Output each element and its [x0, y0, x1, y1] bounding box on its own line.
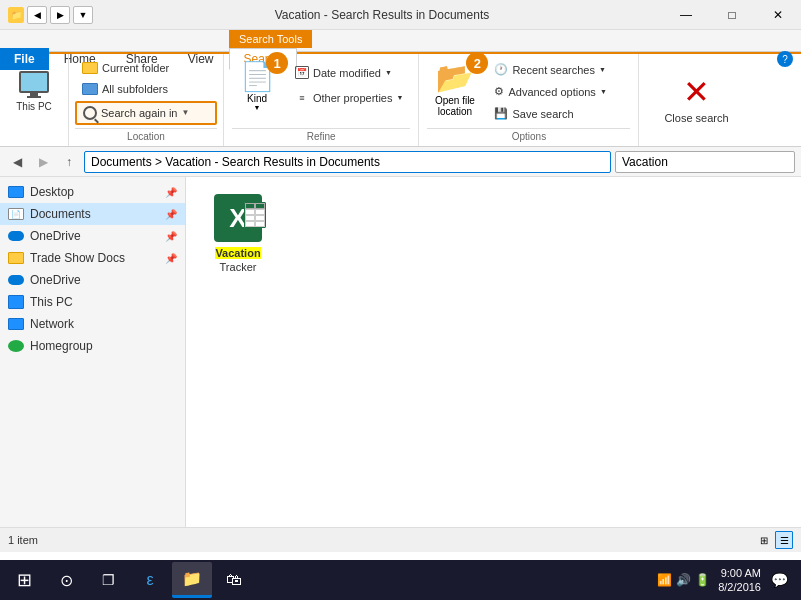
- this-pc-monitor: [19, 71, 49, 93]
- sidebar-item-documents[interactable]: 📄 Documents 📌: [0, 203, 185, 225]
- notifications-button[interactable]: 💬: [765, 562, 793, 598]
- battery-tray-icon[interactable]: 🔋: [695, 573, 710, 587]
- item-count: 1 item: [8, 534, 38, 546]
- store-icon: 🛍: [226, 571, 242, 589]
- sidebar-item-label-onedrive1: OneDrive: [30, 229, 81, 243]
- clock[interactable]: 9:00 AM 8/2/2016: [718, 566, 761, 595]
- file-area: X Vacation Tracker: [186, 177, 801, 527]
- save-search-button[interactable]: 💾 Save search: [488, 104, 612, 123]
- sidebar-item-label-documents: Documents: [30, 207, 91, 221]
- large-icons-view-button[interactable]: ⊞: [755, 531, 773, 549]
- edge-icon: ε: [146, 571, 153, 589]
- location-section-label: Location: [75, 128, 217, 142]
- homegroup-icon: [8, 340, 24, 352]
- minimize-button[interactable]: —: [663, 0, 709, 30]
- task-view-button[interactable]: ❐: [88, 562, 128, 598]
- sidebar-item-desktop[interactable]: Desktop 📌: [0, 181, 185, 203]
- current-folder-button[interactable]: Current folder: [75, 58, 217, 78]
- date-modified-button[interactable]: 📅 Date modified ▼: [288, 62, 410, 83]
- recent-searches-button[interactable]: 🕐 Recent searches ▼: [488, 60, 612, 79]
- chevron-down-icon-adv: ▼: [600, 88, 607, 95]
- chevron-down-icon: ▼: [181, 108, 189, 117]
- ribbon: This PC Current folder All subfolders Se…: [0, 52, 801, 147]
- status-bar: 1 item ⊞ ☰: [0, 527, 801, 552]
- options-section-label: Options: [427, 128, 630, 142]
- window-title: Vacation - Search Results in Documents: [101, 8, 663, 22]
- store-taskbar-button[interactable]: 🛍: [214, 562, 254, 598]
- file-name-vacation-tracker: Vacation Tracker: [203, 246, 273, 275]
- main-area: Desktop 📌 📄 Documents 📌 OneDrive 📌 Trade…: [0, 177, 801, 527]
- network-icon: [8, 318, 24, 330]
- pin-icon-ts: 📌: [165, 253, 177, 264]
- taskbar: ⊞ ⊙ ❐ ε 📁 🛍 📶 🔊 🔋 9:00 AM 8/2/2016 💬: [0, 560, 801, 600]
- pin-icon-docs: 📌: [165, 209, 177, 220]
- sidebar-item-trade-show[interactable]: Trade Show Docs 📌: [0, 247, 185, 269]
- volume-tray-icon[interactable]: 🔊: [676, 573, 691, 587]
- properties-icon: ≡: [295, 91, 309, 104]
- trade-show-icon: [8, 252, 24, 264]
- pin-icon-od1: 📌: [165, 231, 177, 242]
- sidebar-item-network[interactable]: Network: [0, 313, 185, 335]
- sidebar-item-onedrive1[interactable]: OneDrive 📌: [0, 225, 185, 247]
- quick-access-down[interactable]: ▼: [73, 6, 93, 24]
- date-display: 8/2/2016: [718, 580, 761, 594]
- advanced-options-button[interactable]: ⚙ Advanced options ▼: [488, 82, 612, 101]
- search-again-button[interactable]: Search again in ▼: [75, 101, 217, 125]
- start-button[interactable]: ⊞: [4, 562, 44, 598]
- windows-logo-icon: ⊞: [17, 569, 32, 591]
- details-icon: ☰: [780, 535, 789, 546]
- quick-access-back[interactable]: ◀: [27, 6, 47, 24]
- sidebar-item-label-onedrive2: OneDrive: [30, 273, 81, 287]
- maximize-icon: □: [728, 8, 735, 22]
- help-icon[interactable]: ?: [777, 51, 793, 67]
- search-input[interactable]: [615, 151, 795, 173]
- badge-2: 2: [466, 52, 488, 74]
- sidebar-item-label-trade-show: Trade Show Docs: [30, 251, 125, 265]
- all-subfolders-button[interactable]: All subfolders: [75, 79, 217, 99]
- close-window-button[interactable]: ✕: [755, 0, 801, 30]
- details-view-button[interactable]: ☰: [775, 531, 793, 549]
- onedrive-icon-1: [8, 231, 24, 241]
- chevron-down-icon-date: ▼: [385, 69, 392, 76]
- refine-section: 📄 Kind ▼ 1 📅 Date modified ▼: [224, 54, 419, 146]
- quick-access-forward[interactable]: ▶: [50, 6, 70, 24]
- this-pc-label: This PC: [16, 101, 52, 112]
- this-pc-button[interactable]: This PC: [8, 60, 60, 122]
- folder-icon-blue-sub: [82, 83, 98, 95]
- forward-button[interactable]: ▶: [32, 151, 54, 173]
- documents-icon: 📄: [8, 208, 24, 220]
- close-search-button[interactable]: ✕ Close search: [651, 58, 741, 142]
- options-section: 📂 Open file location 2 🕐 Recent searches…: [419, 54, 639, 146]
- chevron-down-icon-recent: ▼: [599, 66, 606, 73]
- ribbon-tabs-row: File Home Share View Search ?: [0, 30, 801, 52]
- cortana-button[interactable]: ⊙: [46, 562, 86, 598]
- maximize-button[interactable]: □: [709, 0, 755, 30]
- sidebar-item-onedrive2[interactable]: OneDrive: [0, 269, 185, 291]
- back-button[interactable]: ◀: [6, 151, 28, 173]
- onedrive-icon-2: [8, 275, 24, 285]
- address-bar: ◀ ▶ ↑: [0, 147, 801, 177]
- minimize-icon: —: [680, 8, 692, 22]
- nav-pane: Desktop 📌 📄 Documents 📌 OneDrive 📌 Trade…: [0, 177, 186, 527]
- excel-icon: X: [214, 194, 262, 242]
- title-bar: 📁 ◀ ▶ ▼ Vacation - Search Results in Doc…: [0, 0, 801, 30]
- sidebar-item-homegroup[interactable]: Homegroup: [0, 335, 185, 357]
- ribbon-wrapper: Search Tools File Home Share View Search…: [0, 30, 801, 147]
- file-item-vacation-tracker[interactable]: X Vacation Tracker: [198, 189, 278, 280]
- time-display: 9:00 AM: [718, 566, 761, 580]
- up-button[interactable]: ↑: [58, 151, 80, 173]
- system-tray: 📶 🔊 🔋 9:00 AM 8/2/2016 💬: [653, 562, 797, 598]
- address-input[interactable]: [84, 151, 611, 173]
- this-pc-nav-icon: [8, 295, 24, 309]
- network-tray-icon[interactable]: 📶: [657, 573, 672, 587]
- close-search-section: ✕ Close search: [639, 54, 753, 146]
- other-properties-button[interactable]: ≡ Other properties ▼: [288, 87, 410, 108]
- file-explorer-taskbar-button[interactable]: 📁: [172, 562, 212, 598]
- this-pc-section: This PC: [0, 54, 69, 146]
- calendar-icon: 📅: [295, 66, 309, 79]
- location-section: Current folder All subfolders Search aga…: [69, 54, 224, 146]
- save-icon: 💾: [494, 107, 508, 120]
- sidebar-item-this-pc[interactable]: This PC: [0, 291, 185, 313]
- sidebar-item-label-this-pc: This PC: [30, 295, 73, 309]
- edge-taskbar-button[interactable]: ε: [130, 562, 170, 598]
